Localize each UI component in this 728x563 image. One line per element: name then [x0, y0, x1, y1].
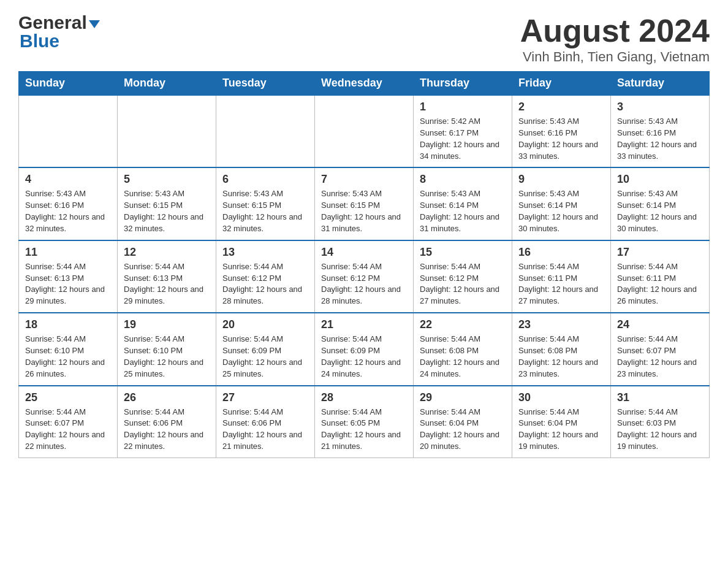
day-detail: Sunrise: 5:43 AM Sunset: 6:14 PM Dayligh… — [617, 188, 703, 234]
day-number: 11 — [25, 246, 111, 259]
calendar-cell: 23Sunrise: 5:44 AM Sunset: 6:08 PM Dayli… — [512, 313, 611, 385]
calendar-cell: 13Sunrise: 5:44 AM Sunset: 6:12 PM Dayli… — [216, 240, 315, 313]
day-number: 10 — [617, 173, 703, 186]
day-number: 14 — [321, 246, 407, 259]
day-number: 17 — [617, 246, 703, 259]
day-detail: Sunrise: 5:44 AM Sunset: 6:10 PM Dayligh… — [124, 334, 210, 380]
calendar-cell: 7Sunrise: 5:43 AM Sunset: 6:15 PM Daylig… — [315, 167, 414, 240]
day-number: 19 — [124, 318, 210, 331]
day-detail: Sunrise: 5:43 AM Sunset: 6:15 PM Dayligh… — [222, 188, 308, 234]
calendar-header-monday: Monday — [118, 72, 216, 96]
day-detail: Sunrise: 5:44 AM Sunset: 6:09 PM Dayligh… — [222, 334, 308, 380]
day-detail: Sunrise: 5:44 AM Sunset: 6:13 PM Dayligh… — [25, 261, 111, 307]
day-detail: Sunrise: 5:44 AM Sunset: 6:12 PM Dayligh… — [420, 261, 506, 307]
calendar-header-friday: Friday — [512, 72, 611, 96]
calendar-cell: 12Sunrise: 5:44 AM Sunset: 6:13 PM Dayli… — [118, 240, 216, 313]
calendar-week-row: 25Sunrise: 5:44 AM Sunset: 6:07 PM Dayli… — [19, 386, 710, 458]
day-number: 6 — [222, 173, 308, 186]
calendar-cell: 11Sunrise: 5:44 AM Sunset: 6:13 PM Dayli… — [19, 240, 118, 313]
day-detail: Sunrise: 5:44 AM Sunset: 6:04 PM Dayligh… — [420, 407, 506, 453]
calendar-week-row: 4Sunrise: 5:43 AM Sunset: 6:16 PM Daylig… — [19, 167, 710, 240]
logo-arrow-icon — [89, 20, 100, 28]
calendar-cell: 21Sunrise: 5:44 AM Sunset: 6:09 PM Dayli… — [315, 313, 414, 385]
calendar-cell: 31Sunrise: 5:44 AM Sunset: 6:03 PM Dayli… — [611, 386, 710, 458]
day-detail: Sunrise: 5:43 AM Sunset: 6:15 PM Dayligh… — [124, 188, 210, 234]
calendar-cell: 14Sunrise: 5:44 AM Sunset: 6:12 PM Dayli… — [315, 240, 414, 313]
calendar-cell: 2Sunrise: 5:43 AM Sunset: 6:16 PM Daylig… — [512, 95, 611, 167]
day-number: 9 — [518, 173, 604, 186]
calendar-cell — [118, 95, 216, 167]
calendar-cell: 5Sunrise: 5:43 AM Sunset: 6:15 PM Daylig… — [118, 167, 216, 240]
day-detail: Sunrise: 5:44 AM Sunset: 6:04 PM Dayligh… — [518, 407, 604, 453]
calendar-cell: 6Sunrise: 5:43 AM Sunset: 6:15 PM Daylig… — [216, 167, 315, 240]
day-number: 12 — [124, 246, 210, 259]
day-detail: Sunrise: 5:44 AM Sunset: 6:11 PM Dayligh… — [518, 261, 604, 307]
calendar-week-row: 18Sunrise: 5:44 AM Sunset: 6:10 PM Dayli… — [19, 313, 710, 385]
calendar-cell: 18Sunrise: 5:44 AM Sunset: 6:10 PM Dayli… — [19, 313, 118, 385]
day-detail: Sunrise: 5:44 AM Sunset: 6:03 PM Dayligh… — [617, 407, 703, 453]
calendar-cell: 26Sunrise: 5:44 AM Sunset: 6:06 PM Dayli… — [118, 386, 216, 458]
day-number: 24 — [617, 318, 703, 331]
logo-general: General — [18, 12, 87, 33]
day-number: 3 — [617, 101, 703, 113]
day-detail: Sunrise: 5:44 AM Sunset: 6:10 PM Dayligh… — [25, 334, 111, 380]
day-number: 30 — [518, 391, 604, 404]
day-detail: Sunrise: 5:44 AM Sunset: 6:09 PM Dayligh… — [321, 334, 407, 380]
day-detail: Sunrise: 5:43 AM Sunset: 6:14 PM Dayligh… — [518, 188, 604, 234]
day-detail: Sunrise: 5:44 AM Sunset: 6:11 PM Dayligh… — [617, 261, 703, 307]
calendar-header-tuesday: Tuesday — [216, 72, 315, 96]
day-number: 2 — [518, 101, 604, 113]
day-detail: Sunrise: 5:43 AM Sunset: 6:16 PM Dayligh… — [617, 116, 703, 162]
day-number: 28 — [321, 391, 407, 404]
day-detail: Sunrise: 5:44 AM Sunset: 6:06 PM Dayligh… — [222, 407, 308, 453]
day-number: 31 — [617, 391, 703, 404]
calendar-header-saturday: Saturday — [611, 72, 710, 96]
calendar-week-row: 11Sunrise: 5:44 AM Sunset: 6:13 PM Dayli… — [19, 240, 710, 313]
calendar-cell: 20Sunrise: 5:44 AM Sunset: 6:09 PM Dayli… — [216, 313, 315, 385]
day-number: 5 — [124, 173, 210, 186]
calendar-cell: 17Sunrise: 5:44 AM Sunset: 6:11 PM Dayli… — [611, 240, 710, 313]
day-detail: Sunrise: 5:43 AM Sunset: 6:16 PM Dayligh… — [518, 116, 604, 162]
calendar-cell: 25Sunrise: 5:44 AM Sunset: 6:07 PM Dayli… — [19, 386, 118, 458]
calendar-cell: 16Sunrise: 5:44 AM Sunset: 6:11 PM Dayli… — [512, 240, 611, 313]
calendar-header-wednesday: Wednesday — [315, 72, 414, 96]
day-number: 23 — [518, 318, 604, 331]
day-detail: Sunrise: 5:42 AM Sunset: 6:17 PM Dayligh… — [420, 116, 506, 162]
calendar-header-sunday: Sunday — [19, 72, 118, 96]
day-detail: Sunrise: 5:44 AM Sunset: 6:08 PM Dayligh… — [420, 334, 506, 380]
day-number: 18 — [25, 318, 111, 331]
calendar-cell: 22Sunrise: 5:44 AM Sunset: 6:08 PM Dayli… — [414, 313, 512, 385]
calendar-cell: 4Sunrise: 5:43 AM Sunset: 6:16 PM Daylig… — [19, 167, 118, 240]
day-number: 16 — [518, 246, 604, 259]
day-detail: Sunrise: 5:44 AM Sunset: 6:12 PM Dayligh… — [321, 261, 407, 307]
day-number: 22 — [420, 318, 506, 331]
calendar-header-thursday: Thursday — [414, 72, 512, 96]
calendar-table: SundayMondayTuesdayWednesdayThursdayFrid… — [18, 71, 710, 458]
page-subtitle: Vinh Binh, Tien Giang, Vietnam — [520, 49, 710, 65]
day-detail: Sunrise: 5:44 AM Sunset: 6:07 PM Dayligh… — [617, 334, 703, 380]
day-number: 7 — [321, 173, 407, 186]
calendar-cell — [315, 95, 414, 167]
page-header: General Blue August 2024 Vinh Binh, Tien… — [18, 12, 710, 65]
calendar-cell: 8Sunrise: 5:43 AM Sunset: 6:14 PM Daylig… — [414, 167, 512, 240]
calendar-cell: 28Sunrise: 5:44 AM Sunset: 6:05 PM Dayli… — [315, 386, 414, 458]
calendar-week-row: 1Sunrise: 5:42 AM Sunset: 6:17 PM Daylig… — [19, 95, 710, 167]
title-area: August 2024 Vinh Binh, Tien Giang, Vietn… — [520, 12, 710, 65]
day-detail: Sunrise: 5:43 AM Sunset: 6:16 PM Dayligh… — [25, 188, 111, 234]
day-number: 21 — [321, 318, 407, 331]
calendar-cell: 3Sunrise: 5:43 AM Sunset: 6:16 PM Daylig… — [611, 95, 710, 167]
day-detail: Sunrise: 5:44 AM Sunset: 6:08 PM Dayligh… — [518, 334, 604, 380]
day-detail: Sunrise: 5:44 AM Sunset: 6:13 PM Dayligh… — [124, 261, 210, 307]
page-title: August 2024 — [520, 12, 710, 49]
calendar-cell: 10Sunrise: 5:43 AM Sunset: 6:14 PM Dayli… — [611, 167, 710, 240]
logo-blue: Blue — [20, 31, 59, 52]
calendar-cell: 15Sunrise: 5:44 AM Sunset: 6:12 PM Dayli… — [414, 240, 512, 313]
day-number: 13 — [222, 246, 308, 259]
day-number: 27 — [222, 391, 308, 404]
day-detail: Sunrise: 5:44 AM Sunset: 6:07 PM Dayligh… — [25, 407, 111, 453]
day-number: 8 — [420, 173, 506, 186]
day-number: 20 — [222, 318, 308, 331]
day-number: 25 — [25, 391, 111, 404]
calendar-cell: 30Sunrise: 5:44 AM Sunset: 6:04 PM Dayli… — [512, 386, 611, 458]
day-detail: Sunrise: 5:43 AM Sunset: 6:15 PM Dayligh… — [321, 188, 407, 234]
